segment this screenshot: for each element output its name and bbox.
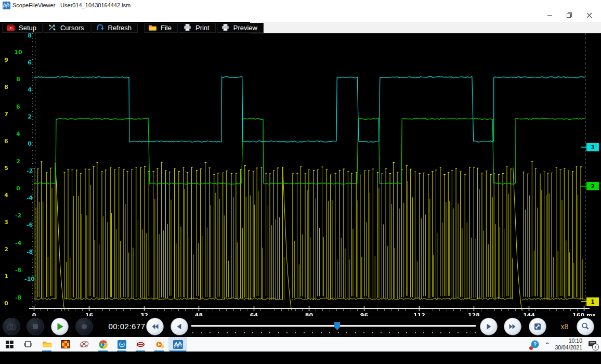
scope-file-viewer-icon [173, 340, 183, 349]
windows-logo-icon [6, 341, 14, 348]
printer-icon [183, 23, 192, 32]
start-button[interactable] [0, 337, 19, 352]
fit-view-icon [533, 322, 542, 331]
pattern-app-icon [61, 340, 70, 348]
notification-count-badge: 1 [592, 344, 599, 350]
bottom-black-band [0, 352, 601, 364]
slider-tick [381, 332, 382, 333]
taskbar-snipping-tool[interactable] [75, 337, 94, 352]
taskbar-pattern-app[interactable] [56, 337, 75, 352]
taskbar-file-explorer[interactable] [37, 337, 56, 352]
toolbar: Setup Cursors Refresh File Print Preview [0, 22, 250, 33]
slider-tick [286, 332, 288, 333]
skip-back-icon [150, 322, 160, 331]
task-view-icon [24, 341, 32, 348]
slider-tick [423, 332, 424, 333]
snipping-tool-icon [80, 340, 89, 348]
system-tray: ? ⌃ 10:10 30/04/2021 1 [530, 337, 601, 352]
fit-view-button[interactable] [529, 318, 546, 335]
record-icon [80, 322, 89, 331]
alert-badge [529, 346, 533, 350]
cursors-button[interactable]: Cursors [44, 23, 90, 33]
clock-time: 10:10 [555, 337, 582, 344]
slider-tick [227, 332, 228, 333]
slider-tick [321, 332, 322, 333]
slider-ticks [192, 332, 475, 334]
slider-tick [210, 332, 211, 333]
record-button[interactable] [75, 318, 93, 335]
media-oval-app-icon [136, 341, 145, 348]
slider-tick [244, 332, 245, 333]
taskbar-clock[interactable]: 10:10 30/04/2021 [555, 337, 582, 351]
slider-tick [475, 332, 476, 333]
window-title: ScopeFileViewer - User014_10430164442.ls… [12, 2, 130, 8]
slider-tick [329, 332, 330, 333]
taskbar-scope-file-viewer[interactable] [168, 337, 187, 352]
slider-tick [252, 332, 253, 333]
slider-tick [432, 332, 433, 333]
position-slider[interactable] [191, 316, 476, 337]
preview-button[interactable]: Preview [217, 23, 264, 33]
slider-tick [269, 332, 270, 333]
slider-tick [372, 332, 373, 333]
time-display: 00:02:677 [102, 322, 152, 331]
skip-forward-icon [508, 322, 517, 331]
slider-tick [235, 332, 236, 333]
setup-button[interactable]: Setup [2, 23, 43, 33]
taskbar-media-oval-app[interactable] [131, 337, 150, 352]
windows-taskbar: ? ⌃ 10:10 30/04/2021 1 [0, 337, 601, 352]
slider-tick [201, 332, 202, 333]
clock-date: 30/04/2021 [555, 344, 582, 351]
slider-tick [312, 332, 313, 333]
refresh-icon [96, 23, 104, 32]
slider-tick [458, 332, 459, 333]
slider-tick [406, 332, 407, 333]
title-bar: ScopeFileViewer - User014_10430164442.ls… [0, 0, 601, 22]
help-notification-icon[interactable]: ? [530, 340, 540, 349]
refresh-button[interactable]: Refresh [92, 23, 138, 33]
toolbox-icon [6, 23, 15, 32]
taskbar-chrome[interactable] [94, 337, 112, 352]
step-forward-button[interactable] [480, 318, 498, 335]
slider-tick [449, 332, 450, 333]
close-button[interactable] [579, 9, 599, 21]
print-label: Print [195, 24, 210, 31]
video-player-icon [155, 341, 164, 348]
slider-tick [389, 332, 390, 333]
skip-forward-button[interactable] [504, 318, 521, 335]
refresh-label: Refresh [108, 24, 132, 31]
cursors-icon [48, 23, 57, 32]
show-hidden-icons-caret[interactable]: ⌃ [545, 342, 550, 347]
slider-tick [192, 332, 193, 333]
slider-tick [440, 332, 441, 333]
minimize-button[interactable] [540, 9, 559, 21]
notification-center-icon[interactable]: 1 [587, 340, 597, 349]
print-button[interactable]: Print [179, 23, 216, 33]
print-preview-icon [221, 23, 230, 32]
window-controls [540, 9, 599, 21]
slider-tick [218, 332, 219, 333]
network-app-icon [117, 340, 126, 349]
file-button[interactable]: File [144, 23, 178, 33]
preview-label: Preview [233, 24, 257, 31]
step-back-button[interactable] [171, 318, 188, 335]
taskbar-video-player[interactable] [150, 337, 168, 352]
slider-tick [278, 332, 279, 333]
chrome-icon [99, 340, 108, 349]
slider-thumb[interactable] [334, 322, 340, 330]
slider-tick [398, 332, 399, 333]
slider-tick [466, 332, 467, 333]
slider-track[interactable] [191, 325, 476, 327]
slider-tick [415, 332, 416, 333]
taskbar-network-app[interactable] [112, 337, 131, 352]
restore-button[interactable] [559, 9, 579, 21]
folder-icon [148, 23, 157, 32]
task-view-button[interactable] [19, 337, 37, 352]
setup-label: Setup [19, 24, 36, 31]
zoom-button[interactable] [577, 318, 594, 335]
stop-button[interactable] [27, 318, 44, 335]
snapshot-button[interactable] [3, 318, 20, 335]
skip-back-button[interactable] [146, 318, 164, 335]
slider-tick [346, 332, 347, 333]
play-button[interactable] [51, 318, 69, 335]
